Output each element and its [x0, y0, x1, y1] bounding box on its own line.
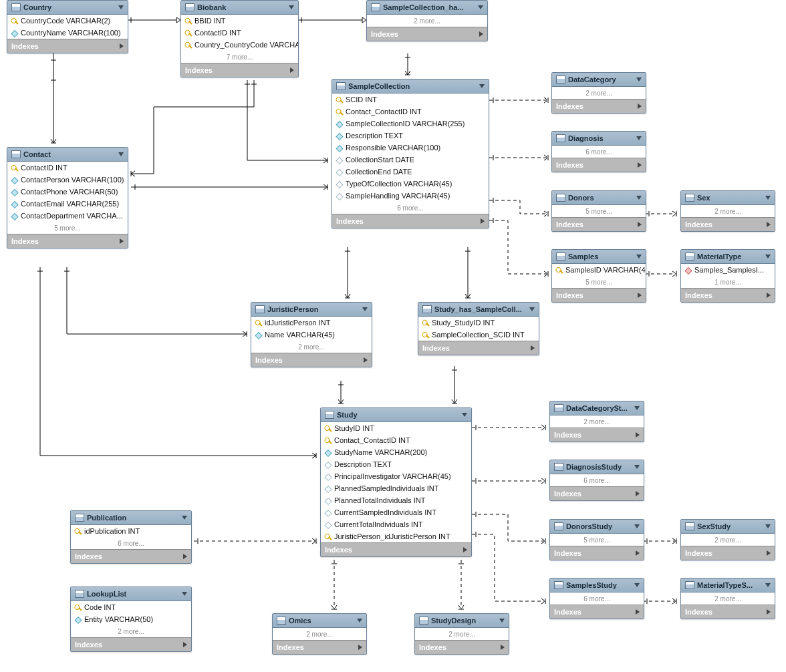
- entity-study_has_sc[interactable]: Study_has_SampleColl...Study_StudyID INT…: [418, 302, 539, 355]
- entity-header[interactable]: DiagnosisStudy: [550, 460, 644, 474]
- entity-sex[interactable]: Sex2 more...Indexes: [680, 190, 775, 232]
- column-row[interactable]: SCID INT: [332, 94, 489, 106]
- entity-header[interactable]: SexStudy: [681, 520, 775, 534]
- indexes-section[interactable]: Indexes: [550, 428, 644, 442]
- more-columns[interactable]: 5 more...: [7, 222, 128, 234]
- more-columns[interactable]: 2 more...: [681, 534, 775, 546]
- entity-biobank[interactable]: BiobankBBID INTContactID INTCountry_Coun…: [180, 0, 299, 77]
- indexes-section[interactable]: Indexes: [681, 546, 775, 560]
- collapse-icon[interactable]: [479, 84, 485, 88]
- collapse-icon[interactable]: [634, 465, 640, 469]
- column-row[interactable]: Study_StudyID INT: [418, 317, 539, 329]
- more-columns[interactable]: 2 more...: [367, 15, 487, 27]
- more-columns[interactable]: 2 more...: [552, 87, 646, 99]
- entity-diagnosis[interactable]: Diagnosis6 more...Indexes: [551, 131, 646, 172]
- collapse-icon[interactable]: [478, 5, 483, 9]
- indexes-section[interactable]: Indexes: [550, 486, 644, 500]
- indexes-section[interactable]: Indexes: [550, 605, 644, 619]
- indexes-section[interactable]: Indexes: [7, 39, 128, 53]
- indexes-section[interactable]: Indexes: [332, 214, 489, 228]
- entity-sexstudy[interactable]: SexStudy2 more...Indexes: [680, 519, 775, 560]
- entity-header[interactable]: Diagnosis: [552, 132, 646, 146]
- entity-header[interactable]: StudyDesign: [415, 614, 509, 628]
- column-row[interactable]: SampleHandling VARCHAR(45): [332, 190, 489, 202]
- collapse-icon[interactable]: [289, 5, 294, 9]
- column-row[interactable]: Contact_ContactID INT: [321, 434, 471, 446]
- column-row[interactable]: StudyName VARCHAR(200): [321, 446, 471, 458]
- entity-donorsstudy[interactable]: DonorsStudy5 more...Indexes: [549, 519, 644, 560]
- collapse-icon[interactable]: [636, 255, 642, 259]
- expand-icon[interactable]: [501, 645, 505, 650]
- entity-header[interactable]: JuristicPerson: [251, 303, 372, 317]
- collapse-icon[interactable]: [765, 255, 771, 259]
- column-row[interactable]: Description TEXT: [332, 130, 489, 142]
- entity-header[interactable]: Study: [321, 408, 471, 422]
- column-row[interactable]: BBID INT: [181, 15, 298, 27]
- collapse-icon[interactable]: [765, 196, 771, 200]
- collapse-icon[interactable]: [182, 516, 187, 520]
- indexes-section[interactable]: Indexes: [550, 546, 644, 560]
- column-row[interactable]: CollectionEnd DATE: [332, 166, 489, 178]
- entity-header[interactable]: Biobank: [181, 1, 298, 15]
- column-row[interactable]: Description TEXT: [321, 458, 471, 470]
- entity-header[interactable]: Contact: [7, 148, 128, 162]
- entity-samplesstudy[interactable]: SamplesStudy6 more...Indexes: [549, 578, 644, 619]
- entity-header[interactable]: SampleCollection_ha...: [367, 1, 487, 15]
- column-row[interactable]: ContactEmail VARCHAR(255): [7, 198, 128, 210]
- indexes-section[interactable]: Indexes: [681, 605, 775, 619]
- entity-study[interactable]: StudyStudyID INTContact_ContactID INTStu…: [320, 407, 472, 557]
- indexes-section[interactable]: Indexes: [552, 217, 646, 231]
- indexes-section[interactable]: Indexes: [552, 288, 646, 302]
- expand-icon[interactable]: [481, 218, 485, 224]
- expand-icon[interactable]: [120, 43, 124, 49]
- more-columns[interactable]: 5 more...: [552, 205, 646, 217]
- entity-header[interactable]: SamplesStudy: [550, 578, 644, 593]
- indexes-section[interactable]: Indexes: [181, 63, 298, 77]
- entity-materialtype[interactable]: MaterialTypeSamples_SamplesI...1 more...…: [680, 249, 775, 303]
- expand-icon[interactable]: [638, 293, 642, 298]
- entity-header[interactable]: Study_has_SampleColl...: [418, 303, 539, 317]
- column-row[interactable]: ContactID INT: [181, 27, 298, 39]
- entity-header[interactable]: DataCategorySt...: [550, 401, 644, 415]
- more-columns[interactable]: 6 more...: [550, 474, 644, 486]
- collapse-icon[interactable]: [765, 583, 771, 587]
- more-columns[interactable]: 2 more...: [273, 628, 366, 640]
- expand-icon[interactable]: [531, 345, 535, 351]
- column-row[interactable]: PlannedSampledIndividuals INT: [321, 482, 471, 494]
- more-columns[interactable]: 2 more...: [681, 593, 775, 605]
- column-row[interactable]: ContactID INT: [7, 162, 128, 174]
- collapse-icon[interactable]: [362, 307, 368, 311]
- expand-icon[interactable]: [290, 67, 294, 73]
- collapse-icon[interactable]: [634, 406, 640, 410]
- column-row[interactable]: CurrentSampledIndividuals INT: [321, 506, 471, 518]
- entity-donors[interactable]: Donors5 more...Indexes: [551, 190, 646, 232]
- column-row[interactable]: ContactPerson VARCHAR(100): [7, 174, 128, 186]
- collapse-icon[interactable]: [529, 307, 535, 311]
- more-columns[interactable]: 2 more...: [71, 625, 191, 637]
- entity-header[interactable]: MaterialTypeS...: [681, 578, 775, 593]
- entity-header[interactable]: Publication: [71, 511, 191, 525]
- collapse-icon[interactable]: [636, 77, 642, 81]
- entity-samplecollection[interactable]: SampleCollectionSCID INTContact_ContactI…: [332, 79, 489, 228]
- indexes-section[interactable]: Indexes: [418, 341, 539, 355]
- collapse-icon[interactable]: [118, 152, 124, 156]
- entity-header[interactable]: Sex: [681, 191, 775, 205]
- column-row[interactable]: ContactPhone VARCHAR(50): [7, 186, 128, 198]
- more-columns[interactable]: 5 more...: [552, 276, 646, 288]
- entity-country[interactable]: CountryCountryCode VARCHAR(2)CountryName…: [7, 0, 128, 53]
- column-row[interactable]: StudyID INT: [321, 422, 471, 434]
- entity-header[interactable]: LookupList: [71, 587, 191, 601]
- entity-datacategory[interactable]: DataCategory2 more...Indexes: [551, 72, 646, 114]
- expand-icon[interactable]: [364, 357, 368, 363]
- indexes-section[interactable]: Indexes: [71, 637, 191, 651]
- collapse-icon[interactable]: [634, 583, 640, 587]
- expand-icon[interactable]: [638, 162, 642, 168]
- more-columns[interactable]: 6 more...: [332, 202, 489, 214]
- expand-icon[interactable]: [767, 609, 771, 615]
- expand-icon[interactable]: [636, 609, 640, 615]
- expand-icon[interactable]: [767, 293, 771, 298]
- column-row[interactable]: PlannedTotalIndividuals INT: [321, 494, 471, 506]
- column-row[interactable]: TypeOfCollection VARCHAR(45): [332, 178, 489, 190]
- column-row[interactable]: idJuristicPerson INT: [251, 317, 372, 329]
- column-row[interactable]: JuristicPerson_idJuristicPerson INT: [321, 530, 471, 542]
